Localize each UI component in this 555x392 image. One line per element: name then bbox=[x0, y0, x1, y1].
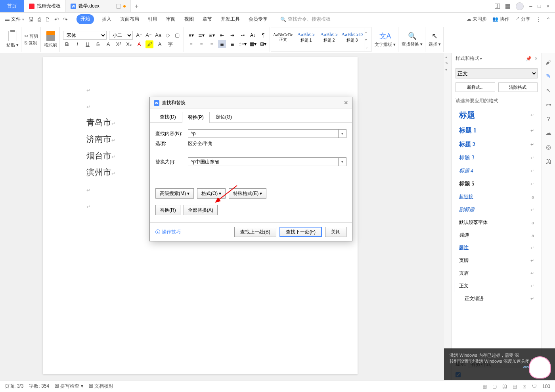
print-icon[interactable]: ⎙ bbox=[38, 16, 41, 23]
text-effect-icon[interactable]: A bbox=[104, 40, 112, 48]
pen-icon[interactable]: ✎ bbox=[445, 61, 450, 66]
tab-document[interactable]: W 数学.docx bbox=[66, 0, 131, 12]
align-right-icon[interactable]: ≡ bbox=[208, 40, 216, 48]
special-format-button[interactable]: 特殊格式(E) ▾ bbox=[229, 188, 266, 199]
dialog-close-icon[interactable]: × bbox=[344, 99, 348, 107]
replace-one-button[interactable]: 替换(R) bbox=[155, 205, 180, 215]
formatpainter-label[interactable]: 格式刷 bbox=[44, 42, 57, 48]
replace-input[interactable] bbox=[188, 157, 339, 166]
cloud-icon[interactable]: ☁ bbox=[545, 129, 551, 136]
shading-icon[interactable]: ▦▾ bbox=[249, 40, 257, 48]
spellcheck-button[interactable]: ☒ 拼写检查 ▾ bbox=[55, 383, 83, 390]
close-button[interactable]: 关闭 bbox=[325, 227, 346, 237]
borders-icon[interactable]: ⊞▾ bbox=[259, 40, 267, 48]
command-search[interactable]: 🔍 查找命令、搜索模板 bbox=[280, 16, 331, 23]
preview-icon[interactable]: 🗋 bbox=[45, 16, 50, 23]
new-style-button[interactable]: 新样式... bbox=[455, 82, 495, 92]
menu-view[interactable]: 视图 bbox=[184, 14, 195, 24]
copy-button[interactable]: ⎘ 复制 bbox=[25, 40, 38, 46]
tabcount-badge[interactable]: 1 bbox=[495, 4, 500, 9]
brush-icon[interactable]: 🖌 bbox=[545, 59, 551, 65]
redo-icon[interactable]: ↷ bbox=[63, 16, 68, 23]
style-item[interactable]: 题注↵ bbox=[454, 242, 539, 254]
target-icon[interactable]: ◎ bbox=[546, 143, 551, 151]
replace-all-button[interactable]: 全部替换(A) bbox=[184, 205, 218, 215]
char-border-icon[interactable]: 字 bbox=[166, 40, 174, 48]
strike-icon[interactable]: S bbox=[94, 40, 102, 48]
settings-icon[interactable]: ⊶ bbox=[545, 101, 551, 108]
underline-icon[interactable]: U bbox=[84, 40, 92, 48]
find-input[interactable] bbox=[188, 129, 339, 138]
tab-templates[interactable]: 找稻壳模板 bbox=[24, 0, 66, 12]
advanced-search-button[interactable]: 高级搜索(M) ▾ bbox=[155, 188, 194, 199]
clear-format-button[interactable]: 清除格式 bbox=[498, 82, 538, 92]
share-button[interactable]: ↗ 分享 bbox=[515, 16, 530, 23]
edit-icon[interactable]: ✎ bbox=[546, 73, 551, 80]
style-heading1[interactable]: AaBbCc标题 1 bbox=[295, 28, 317, 46]
decrease-indent-icon[interactable]: ⇤ bbox=[218, 31, 226, 39]
bullet-list-icon[interactable]: ≡▾ bbox=[187, 31, 195, 39]
menu-start[interactable]: 开始 bbox=[77, 14, 94, 24]
paste-icon[interactable] bbox=[8, 31, 17, 41]
apps-icon[interactable] bbox=[505, 4, 510, 9]
style-item[interactable]: 强调a bbox=[454, 229, 539, 241]
tab-window-icon[interactable] bbox=[116, 4, 121, 9]
font-size-select[interactable]: 小二 bbox=[109, 31, 133, 40]
replace-dropdown-icon[interactable]: ▾ bbox=[339, 157, 346, 166]
format-button[interactable]: 格式(O) ▾ bbox=[197, 188, 226, 199]
pin-icon[interactable]: 📌 bbox=[526, 56, 532, 61]
font-family-select[interactable]: 宋体 bbox=[63, 31, 107, 40]
align-distribute-icon[interactable]: ≣ bbox=[228, 40, 236, 48]
number-list-icon[interactable]: ≣▾ bbox=[197, 31, 205, 39]
minimize-button[interactable]: – bbox=[529, 3, 532, 9]
more-icon[interactable]: ⋮ bbox=[536, 17, 541, 22]
increase-indent-icon[interactable]: ⇥ bbox=[228, 31, 236, 39]
tips-link[interactable]: ▸操作技巧 bbox=[155, 229, 181, 235]
view-web-icon[interactable]: ▤ bbox=[513, 384, 517, 389]
italic-icon[interactable]: I bbox=[73, 40, 81, 48]
help-icon[interactable]: ? bbox=[547, 115, 550, 122]
scrolldown-icon[interactable]: ▾ bbox=[445, 67, 450, 72]
view-nav-icon[interactable]: ▦ bbox=[482, 384, 487, 389]
paste-label[interactable]: 粘贴 ▾ bbox=[6, 42, 19, 48]
tab-home[interactable]: 首页 bbox=[0, 0, 24, 12]
change-case-icon[interactable]: Aa bbox=[154, 31, 162, 39]
maximize-button[interactable]: □ bbox=[538, 3, 541, 9]
style-item[interactable]: 页脚↵ bbox=[454, 254, 539, 267]
style-heading3[interactable]: AaBbCcD标题 3 bbox=[341, 28, 363, 46]
find-prev-button[interactable]: 查找上一处(B) bbox=[234, 227, 276, 237]
zoom-value[interactable]: 100 bbox=[542, 384, 550, 389]
style-item[interactable]: 正文↵ bbox=[454, 280, 539, 292]
menu-pagelayout[interactable]: 页面布局 bbox=[119, 14, 140, 24]
menu-review[interactable]: 审阅 bbox=[165, 14, 176, 24]
style-heading2[interactable]: AaBbCc标题 2 bbox=[318, 28, 340, 46]
multilevel-list-icon[interactable]: ⊟▾ bbox=[208, 31, 216, 39]
bold-icon[interactable]: B bbox=[63, 40, 71, 48]
align-left-icon[interactable]: ≡ bbox=[187, 40, 195, 48]
style-item[interactable]: 正文缩进↵ bbox=[454, 293, 539, 305]
clear-format-icon[interactable]: ◇ bbox=[164, 31, 172, 39]
style-item[interactable]: 页眉↵ bbox=[454, 267, 539, 279]
shield-icon[interactable]: 🛡 bbox=[532, 384, 537, 389]
find-next-button[interactable]: 查找下一处(F) bbox=[279, 227, 322, 237]
sync-button[interactable]: ☁ 未同步 bbox=[467, 16, 487, 23]
style-item[interactable]: 标题 5↵ bbox=[454, 178, 539, 190]
tab-goto[interactable]: 定位(G) bbox=[210, 111, 238, 122]
sort-icon[interactable]: A↓ bbox=[249, 31, 257, 39]
menu-sections[interactable]: 章节 bbox=[202, 14, 213, 24]
subscript-icon[interactable]: X₂ bbox=[125, 40, 133, 48]
collab-button[interactable]: 👥 协作 bbox=[492, 16, 509, 23]
style-item[interactable]: 标题 2↵ bbox=[454, 138, 539, 151]
mascot-icon[interactable] bbox=[529, 356, 551, 379]
close-panel-icon[interactable]: × bbox=[535, 56, 538, 61]
tab-add-button[interactable]: + bbox=[131, 0, 143, 12]
styles-more[interactable]: ▴▾⌄ bbox=[364, 28, 370, 51]
formatpainter-icon[interactable] bbox=[46, 31, 55, 41]
char-shading-icon[interactable]: A bbox=[156, 40, 164, 48]
showmarks-icon[interactable]: ¶ bbox=[259, 31, 267, 39]
save-icon[interactable]: 🖫 bbox=[28, 16, 34, 23]
superscript-icon[interactable]: X² bbox=[115, 40, 122, 48]
fontcolor-icon[interactable]: A bbox=[135, 40, 143, 48]
view-print-icon[interactable]: ▢ bbox=[492, 384, 497, 389]
style-item[interactable]: 默认段落字体a bbox=[454, 216, 539, 229]
